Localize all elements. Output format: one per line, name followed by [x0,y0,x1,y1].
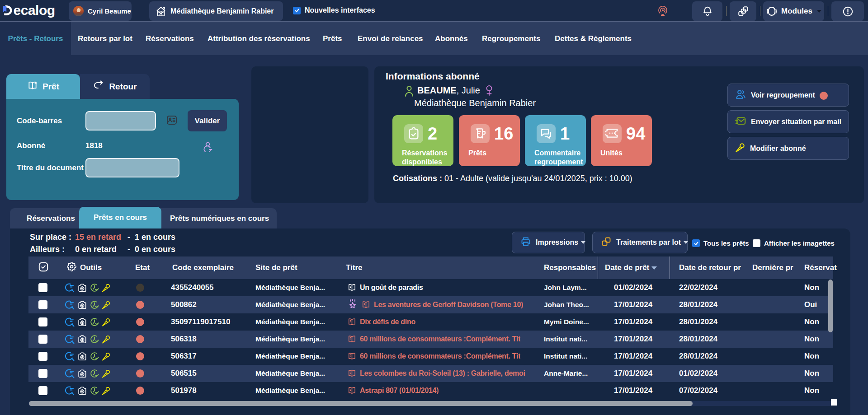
svg-text:ecalog: ecalog [14,3,55,18]
